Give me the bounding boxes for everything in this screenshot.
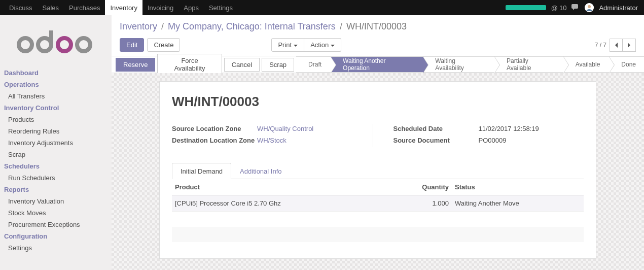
- sidebar-link[interactable]: Procurement Exceptions: [0, 219, 112, 230]
- topnav-item-apps[interactable]: Apps: [178, 0, 204, 15]
- col-product[interactable]: Product: [172, 179, 381, 195]
- sidebar-heading[interactable]: Schedulers: [0, 160, 112, 172]
- svg-point-6: [77, 38, 90, 51]
- svg-rect-4: [49, 30, 53, 45]
- sidebar-link[interactable]: Run Schedulers: [0, 172, 112, 184]
- sidebar-link[interactable]: Settings: [0, 242, 112, 254]
- topnav-item-discuss[interactable]: Discuss: [4, 0, 38, 15]
- create-button[interactable]: Create: [147, 38, 180, 52]
- stage[interactable]: Partially Available: [494, 56, 563, 73]
- scheduled-date-value: 11/02/2017 12:58:19: [479, 124, 539, 134]
- at-icon: @: [551, 4, 558, 12]
- source-doc-value: PO00009: [479, 136, 507, 146]
- sidebar-link[interactable]: Reordering Rules: [0, 125, 112, 137]
- topnav-item-settings[interactable]: Settings: [204, 0, 238, 15]
- statusbar-button[interactable]: Reserve: [116, 58, 155, 72]
- scheduled-date-label: Scheduled Date: [393, 124, 479, 134]
- stage[interactable]: Waiting Availability: [423, 56, 494, 73]
- action-dropdown[interactable]: Action: [304, 38, 341, 52]
- col-quantity[interactable]: Quantity: [381, 179, 452, 195]
- top-navbar: DiscussSalesPurchasesInventoryInvoicingA…: [0, 0, 644, 15]
- tab[interactable]: Initial Demand: [172, 163, 231, 179]
- svg-point-5: [58, 38, 71, 51]
- svg-point-2: [19, 38, 32, 51]
- sidebar-link[interactable]: Inventory Valuation: [0, 195, 112, 207]
- statusbar: ReserveForce AvailabilityCancelScrap Dra…: [112, 56, 644, 73]
- source-doc-label: Source Document: [393, 136, 479, 146]
- username[interactable]: Administrator: [599, 4, 638, 12]
- breadcrumb-root[interactable]: Inventory: [120, 21, 157, 32]
- svg-point-1: [588, 5, 591, 8]
- breadcrumb-current: WH/INT/00003: [346, 21, 407, 32]
- source-location-label: Source Location Zone: [172, 124, 257, 134]
- sidebar-heading[interactable]: Configuration: [0, 230, 112, 242]
- chat-icon[interactable]: [571, 4, 580, 12]
- edit-button[interactable]: Edit: [120, 38, 144, 52]
- sidebar-heading[interactable]: Operations: [0, 79, 112, 90]
- tab[interactable]: Additional Info: [231, 163, 290, 179]
- caret-down-icon: [294, 45, 298, 47]
- cell-quantity: 1.000: [381, 195, 452, 211]
- caret-down-icon: [331, 45, 335, 47]
- sidebar-link[interactable]: Products: [0, 114, 112, 125]
- topnav-item-inventory[interactable]: Inventory: [105, 0, 142, 15]
- breadcrumb: Inventory / My Company, Chicago: Interna…: [112, 15, 644, 36]
- messaging-badge[interactable]: @ 10: [551, 4, 567, 12]
- topnav-item-sales[interactable]: Sales: [38, 0, 64, 15]
- main-content: Inventory / My Company, Chicago: Interna…: [112, 15, 644, 270]
- stage[interactable]: Waiting Another Operation: [331, 56, 423, 73]
- sidebar-heading[interactable]: Inventory Control: [0, 102, 112, 114]
- sidebar-link[interactable]: Stock Moves: [0, 207, 112, 219]
- form-sheet: WH/INT/00003 Source Location Zone WH/Qua…: [159, 81, 596, 259]
- stage[interactable]: Available: [563, 56, 609, 73]
- pager-text[interactable]: 7 / 7: [595, 42, 606, 49]
- print-dropdown[interactable]: Print: [271, 38, 304, 52]
- sidebar-link[interactable]: Scrap: [0, 149, 112, 160]
- sidebar-link[interactable]: All Transfers: [0, 90, 112, 102]
- avatar[interactable]: [585, 3, 594, 12]
- logo[interactable]: [0, 19, 112, 67]
- breadcrumb-mid[interactable]: My Company, Chicago: Internal Transfers: [168, 21, 336, 32]
- pager-next[interactable]: [623, 39, 636, 52]
- sidebar-heading[interactable]: Reports: [0, 184, 112, 195]
- statusbar-button[interactable]: Cancel: [224, 58, 260, 72]
- topnav-item-purchases[interactable]: Purchases: [64, 0, 105, 15]
- statusbar-button[interactable]: Scrap: [262, 58, 294, 72]
- progress-indicator[interactable]: [506, 5, 546, 10]
- sheet-footer: [172, 227, 584, 242]
- stage[interactable]: Draft: [296, 56, 331, 73]
- source-location-value[interactable]: WH/Quality Control: [257, 124, 313, 134]
- sidebar: DashboardOperationsAll TransfersInventor…: [0, 15, 112, 270]
- dest-location-value[interactable]: WH/Stock: [257, 136, 287, 146]
- lines-table: Product Quantity Status [CPUi5] Processo…: [172, 179, 584, 212]
- table-row[interactable]: [CPUi5] Processor Core i5 2.70 Ghz1.000W…: [172, 195, 584, 211]
- sidebar-heading[interactable]: Dashboard: [0, 67, 112, 79]
- sidebar-link[interactable]: Inventory Adjustments: [0, 137, 112, 149]
- cell-product: [CPUi5] Processor Core i5 2.70 Ghz: [172, 195, 381, 211]
- pager-prev[interactable]: [610, 39, 623, 52]
- msg-count: 10: [559, 4, 566, 12]
- statusbar-button[interactable]: Force Availability: [157, 54, 222, 75]
- cell-status: Waiting Another Move: [452, 195, 584, 211]
- col-status[interactable]: Status: [452, 179, 584, 195]
- dest-location-label: Destination Location Zone: [172, 136, 257, 146]
- record-title: WH/INT/00003: [172, 94, 584, 110]
- topnav-item-invoicing[interactable]: Invoicing: [142, 0, 178, 15]
